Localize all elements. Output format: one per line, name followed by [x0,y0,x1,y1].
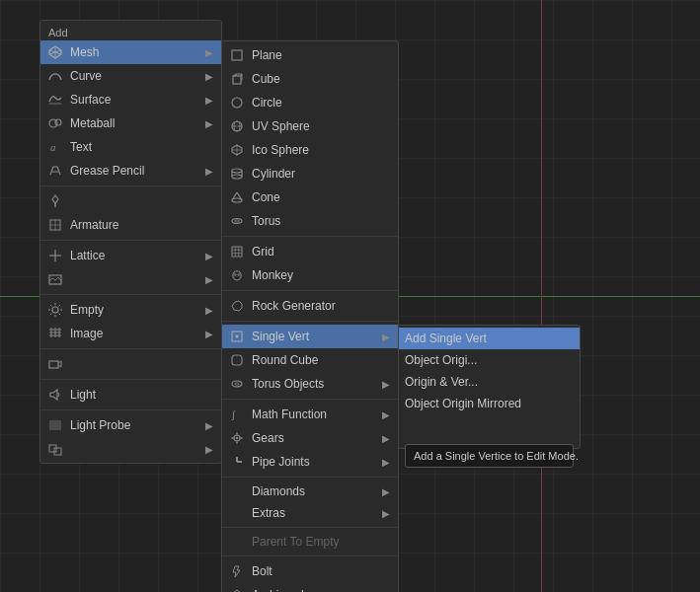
add-single-vert-item[interactable]: Add Single Vert [399,328,580,349]
mesh-sep4 [222,399,398,400]
mesh-cylinder[interactable]: Cylinder [222,162,398,185]
mesh-pipe-joints[interactable]: Pipe Joints ▶ [222,450,398,474]
mesh-gears[interactable]: Gears ▶ [222,426,398,450]
monkey-icon [228,266,246,284]
svg-rect-41 [232,437,234,439]
round-cube-icon [228,351,246,369]
gears-icon [228,429,246,447]
mesh-rock-generator[interactable]: Rock Generator [222,294,398,318]
diamonds-arrow: ▶ [382,486,390,497]
mesh-cube[interactable]: Cube [222,67,398,91]
svg-rect-39 [236,433,238,435]
svg-point-48 [55,119,61,125]
menu-item-armature[interactable] [40,189,221,213]
mesh-sep5 [222,477,398,478]
cone-icon [228,188,246,206]
menu-item-text[interactable]: a Text [40,135,221,159]
svg-point-16 [232,175,242,179]
menu-item-collection-instance[interactable]: ▶ [40,437,221,461]
mesh-torus[interactable]: Torus [222,209,398,233]
menu-item-grease-pencil[interactable]: Grease Pencil ▶ [40,159,221,183]
object-origin-mirrored-item[interactable]: Object Origin Mirrored [399,393,580,414]
svg-point-35 [235,383,239,385]
mesh-single-vert[interactable]: Single Vert ▶ Add Single Vert Object Ori… [222,325,398,348]
svg-line-20 [232,192,237,200]
grease-pencil-arrow: ▶ [205,166,213,177]
svg-marker-74 [50,390,57,400]
armature-icon [46,192,64,210]
add-single-vert-label: Add Single Vert [405,332,487,345]
menu-item-camera[interactable] [40,352,221,376]
mesh-diamonds[interactable]: Diamonds ▶ [222,481,398,502]
image-arrow: ▶ [205,274,213,285]
menu-item-light-probe[interactable]: Image ▶ [40,322,221,345]
svg-rect-40 [236,442,238,444]
svg-rect-5 [233,76,241,84]
mesh-parent-to-empty: Parent To Empty [222,531,398,553]
math-function-icon: ∫ [228,406,246,423]
mesh-archimesh[interactable]: Archimesh ▶ [222,583,398,592]
svg-rect-42 [241,437,243,439]
menu-item-empty[interactable]: Lattice ▶ [40,244,221,267]
menu-item-light[interactable]: Empty ▶ [40,298,221,322]
mesh-circle[interactable]: Circle [222,91,398,114]
mesh-torus-objects[interactable]: Torus Objects ▶ [222,372,398,396]
ico-sphere-icon [228,141,246,159]
tooltip: Add a Single Vertice to Edit Mode. [405,444,574,468]
pipe-joints-icon [228,453,246,471]
mesh-grid[interactable]: Grid [222,240,398,263]
archimesh-icon [228,586,246,592]
svg-point-30 [238,274,240,276]
menu-item-surface[interactable]: Surface ▶ [40,88,221,111]
mesh-plane[interactable]: Plane [222,43,398,67]
main-sep5 [40,379,221,380]
menu-item-metaball[interactable]: Metaball ▶ [40,111,221,135]
svg-point-15 [232,169,242,173]
svg-line-63 [50,305,52,307]
object-origin-item[interactable]: Object Origi... [399,349,580,371]
menu-item-curve[interactable]: Curve ▶ [40,64,221,88]
mesh-bolt[interactable]: Bolt [222,559,398,583]
metaball-icon [46,114,64,132]
metaball-arrow: ▶ [205,118,213,129]
svg-point-34 [232,381,242,387]
mesh-uv-sphere[interactable]: UV Sphere [222,114,398,138]
surface-arrow: ▶ [205,95,213,106]
mesh-monkey[interactable]: Monkey [222,263,398,287]
grease-pencil-icon [46,162,64,180]
mesh-extras[interactable]: Extras ▶ [222,502,398,524]
svg-point-22 [232,219,242,224]
single-vert-icon [228,328,246,345]
menu-item-speaker[interactable]: Light [40,383,221,407]
mesh-icon [46,43,64,61]
text-icon: a [46,138,64,156]
mesh-submenu: Plane Cube [221,40,399,592]
cylinder-icon [228,165,246,183]
light-icon [46,301,64,319]
svg-rect-73 [49,361,58,368]
menu-item-force-field[interactable]: Light Probe ▶ [40,413,221,437]
svg-line-66 [50,314,52,316]
main-sep2 [40,240,221,241]
menu-item-lattice[interactable]: Armature [40,213,221,237]
collection-instance-arrow: ▶ [205,444,213,455]
gears-arrow: ▶ [382,433,390,444]
plane-icon [228,46,246,64]
axis-line-vertical [541,0,542,592]
menu-item-mesh[interactable]: Mesh ▶ Plane [40,40,221,64]
origin-and-vert-item[interactable]: Origin & Ver... [399,371,580,393]
mesh-cone[interactable]: Cone [222,185,398,209]
force-field-arrow: ▶ [205,420,213,431]
mesh-label: Mesh [70,45,99,59]
mesh-round-cube[interactable]: Round Cube [222,348,398,372]
svg-line-64 [59,314,61,316]
math-arrow: ▶ [382,409,390,420]
single-vert-submenu: Add Single Vert Object Origi... Origin &… [398,325,581,449]
surface-icon [46,91,64,109]
cube-icon [228,70,246,88]
mesh-ico-sphere[interactable]: Ico Sphere [222,138,398,162]
mesh-sep6 [222,527,398,528]
menu-item-image[interactable]: ▶ [40,267,221,291]
light-probe-icon [46,325,64,342]
mesh-math-function[interactable]: ∫ Math Function ▶ [222,403,398,426]
